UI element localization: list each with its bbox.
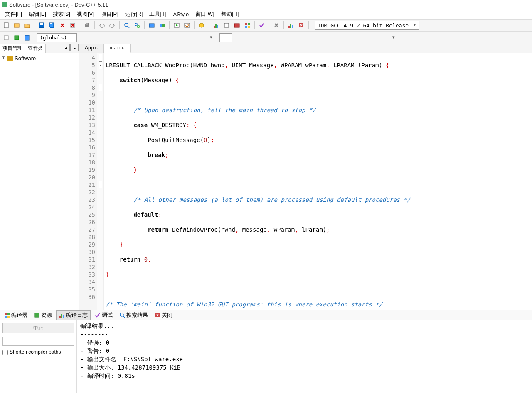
menu-search[interactable]: 搜索[S]	[49, 10, 74, 19]
separator	[80, 21, 80, 29]
edit-options-icon[interactable]	[232, 21, 241, 30]
nav-next-icon[interactable]: ▸	[70, 44, 79, 51]
svg-point-18	[200, 23, 204, 27]
compiler-select[interactable]: TDM-GCC 4.9.2 64-bit Release	[315, 21, 419, 30]
svg-rect-22	[224, 23, 229, 27]
project-name: Software	[15, 55, 36, 61]
fold-icon[interactable]: -	[99, 181, 102, 188]
svg-rect-32	[4, 36, 8, 40]
fold-icon[interactable]: -	[99, 54, 102, 61]
menu-project[interactable]: 项目[P]	[98, 10, 122, 19]
globals-dropdown[interactable]: (globals)	[37, 33, 77, 42]
filter-input[interactable]	[2, 337, 74, 346]
grid-icon[interactable]	[243, 21, 252, 30]
tab-search-results[interactable]: 搜索结果	[117, 311, 150, 320]
tab-debug[interactable]: 调试	[92, 311, 115, 320]
separator	[34, 21, 34, 29]
shorten-paths-input[interactable]	[2, 350, 8, 355]
tab-resources[interactable]: 资源	[32, 311, 54, 320]
svg-point-43	[120, 313, 123, 316]
close-icon[interactable]	[58, 21, 67, 30]
chart-icon[interactable]	[286, 21, 296, 30]
fold-icon[interactable]: -	[99, 84, 102, 91]
check-icon	[95, 312, 101, 318]
separator	[144, 21, 145, 29]
run-icon[interactable]	[172, 21, 181, 30]
goto-icon[interactable]	[22, 33, 32, 42]
new-tab-icon[interactable]	[2, 33, 11, 42]
separator	[94, 21, 95, 29]
tab-compiler[interactable]: 编译器	[2, 311, 30, 320]
tab-app-c[interactable]: App.c	[79, 44, 104, 53]
menu-view[interactable]: 视图[V]	[74, 10, 98, 19]
svg-rect-21	[217, 25, 218, 28]
bookmark-icon[interactable]	[12, 33, 21, 42]
compile-run-icon[interactable]	[158, 21, 167, 30]
svg-rect-34	[25, 35, 29, 40]
separator	[119, 21, 120, 29]
menu-run[interactable]: 运行[R]	[122, 10, 146, 19]
tab-project[interactable]: 项目管理	[0, 44, 25, 53]
separator	[194, 21, 195, 29]
editor: App.c main.c 456789101112131415161718192…	[79, 44, 532, 310]
check-icon[interactable]	[257, 21, 266, 30]
separator	[269, 21, 269, 29]
svg-rect-3	[40, 23, 43, 25]
profile-icon[interactable]	[212, 21, 221, 30]
fold-icon[interactable]: -	[99, 61, 102, 69]
separator	[283, 21, 284, 29]
menu-file[interactable]: 文件[F]	[2, 10, 25, 19]
svg-rect-13	[149, 24, 154, 27]
nav-prev-icon[interactable]: ◂	[62, 44, 70, 51]
abort-icon[interactable]	[272, 21, 281, 30]
svg-rect-26	[245, 26, 247, 28]
print-icon[interactable]	[83, 21, 92, 30]
delete-profile-icon[interactable]	[297, 21, 306, 30]
svg-rect-25	[248, 23, 250, 25]
app-icon	[2, 2, 7, 7]
bottom-panel: 编译器 资源 编译日志 调试 搜索结果 关闭 中止 Shorten compil…	[0, 310, 532, 393]
menu-window[interactable]: 窗口[W]	[192, 10, 218, 19]
compile-icon[interactable]	[147, 21, 156, 30]
redo-icon[interactable]	[108, 21, 117, 30]
svg-rect-36	[7, 313, 10, 315]
tab-compile-log[interactable]: 编译日志	[56, 310, 91, 320]
expand-icon[interactable]: +	[2, 56, 5, 60]
close-all-icon[interactable]	[68, 21, 77, 30]
menu-astyle[interactable]: AStyle	[170, 10, 192, 18]
debug-icon[interactable]	[197, 21, 206, 30]
rebuild-icon[interactable]	[182, 21, 192, 30]
menu-bar: 文件[F] 编辑[E] 搜索[S] 视图[V] 项目[P] 运行[R] 工具[T…	[0, 9, 532, 19]
save-icon[interactable]	[37, 21, 46, 30]
project-tree[interactable]: + Software	[0, 53, 79, 310]
save-all-icon[interactable]	[47, 21, 57, 30]
new-project-icon[interactable]	[12, 21, 21, 30]
stop-button[interactable]: 中止	[2, 323, 74, 333]
svg-point-12	[137, 25, 140, 28]
svg-point-11	[135, 23, 138, 26]
line-number-gutter: 4567891011121314151617181920212223242526…	[79, 53, 97, 310]
replace-icon[interactable]	[133, 21, 142, 30]
open-icon[interactable]	[22, 21, 32, 30]
undo-icon[interactable]	[97, 21, 106, 30]
compile-log-output[interactable]: 编译结果... -------- - 错误: 0 - 警告: 0 - 输出文件名…	[77, 320, 532, 393]
tab-classview[interactable]: 查看类	[25, 44, 46, 53]
tab-compile-log-label: 编译日志	[66, 311, 88, 319]
menu-edit[interactable]: 编辑[E]	[25, 10, 49, 19]
tree-root[interactable]: + Software	[2, 55, 77, 62]
svg-rect-42	[63, 315, 64, 318]
options-icon[interactable]	[222, 21, 231, 30]
new-file-icon[interactable]	[2, 21, 11, 30]
menu-tools[interactable]: 工具[T]	[146, 10, 170, 19]
symbols-dropdown[interactable]	[219, 33, 232, 42]
shorten-paths-checkbox[interactable]: Shorten compiler paths	[2, 349, 74, 355]
chart-icon	[59, 312, 65, 318]
tab-close[interactable]: 关闭	[152, 311, 175, 320]
code-editor[interactable]: 4567891011121314151617181920212223242526…	[79, 53, 532, 310]
main-area: 项目管理 查看类 ◂ ▸ + Software App.c main.c 456…	[0, 44, 532, 310]
find-icon[interactable]	[122, 21, 131, 30]
menu-help[interactable]: 帮助[H]	[218, 10, 242, 19]
tab-main-c[interactable]: main.c	[104, 44, 131, 53]
code-content[interactable]: LRESULT CALLBACK WndProc(HWND hwnd, UINT…	[104, 53, 532, 310]
bottom-tabs: 编译器 资源 编译日志 调试 搜索结果 关闭	[0, 310, 532, 320]
